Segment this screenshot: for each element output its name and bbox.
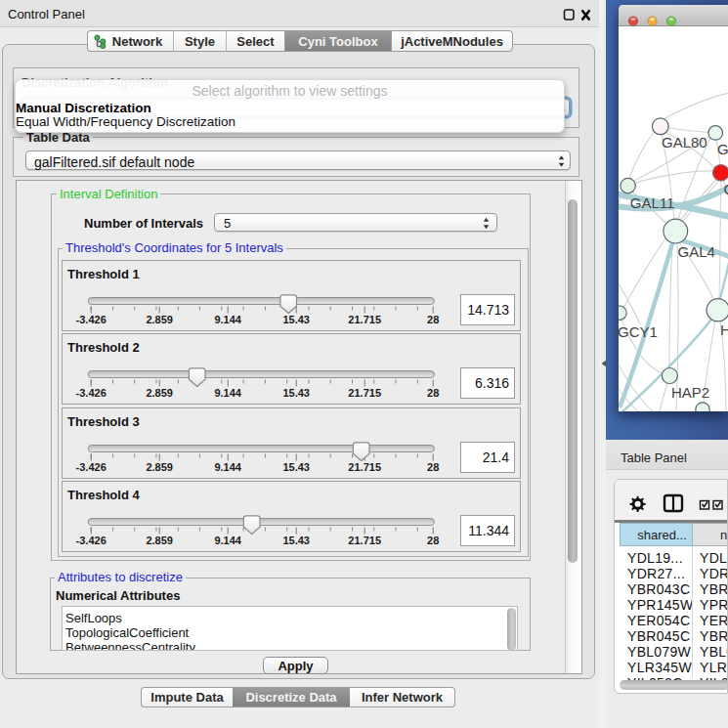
svg-text:21.715: 21.715: [348, 535, 381, 546]
svg-text:9.144: 9.144: [214, 387, 241, 399]
svg-text:-3.426: -3.426: [76, 314, 107, 325]
svg-text:GAL11: GAL11: [630, 194, 675, 211]
svg-text:-3.426: -3.426: [76, 387, 107, 399]
svg-text:15.43: 15.43: [282, 387, 310, 399]
svg-text:2.859: 2.859: [146, 387, 173, 399]
svg-text:HAP2: HAP2: [671, 384, 709, 401]
svg-text:28: 28: [427, 387, 439, 399]
svg-text:G.: G.: [717, 141, 728, 157]
svg-text:15.43: 15.43: [282, 314, 310, 325]
svg-text:28: 28: [427, 535, 439, 546]
svg-text:-3.426: -3.426: [76, 461, 107, 473]
svg-text:15.43: 15.43: [282, 535, 310, 546]
svg-text:9.144: 9.144: [214, 314, 241, 325]
svg-text:GCY1: GCY1: [619, 323, 658, 340]
svg-text:C: C: [724, 181, 728, 197]
svg-text:GAL80: GAL80: [662, 134, 707, 150]
svg-text:2.859: 2.859: [146, 461, 173, 473]
svg-text:28: 28: [427, 314, 439, 325]
svg-text:15.43: 15.43: [282, 461, 310, 473]
svg-text:21.715: 21.715: [348, 314, 381, 325]
svg-text:2.859: 2.859: [146, 314, 173, 325]
svg-text:28: 28: [427, 461, 439, 473]
svg-text:9.144: 9.144: [214, 461, 241, 473]
svg-text:2.859: 2.859: [146, 535, 173, 546]
svg-text:21.715: 21.715: [348, 387, 381, 399]
svg-text:-3.426: -3.426: [76, 535, 107, 546]
svg-text:GAL4: GAL4: [678, 243, 715, 260]
svg-text:H: H: [720, 321, 728, 338]
svg-text:9.144: 9.144: [214, 535, 241, 546]
svg-text:21.715: 21.715: [348, 461, 381, 473]
